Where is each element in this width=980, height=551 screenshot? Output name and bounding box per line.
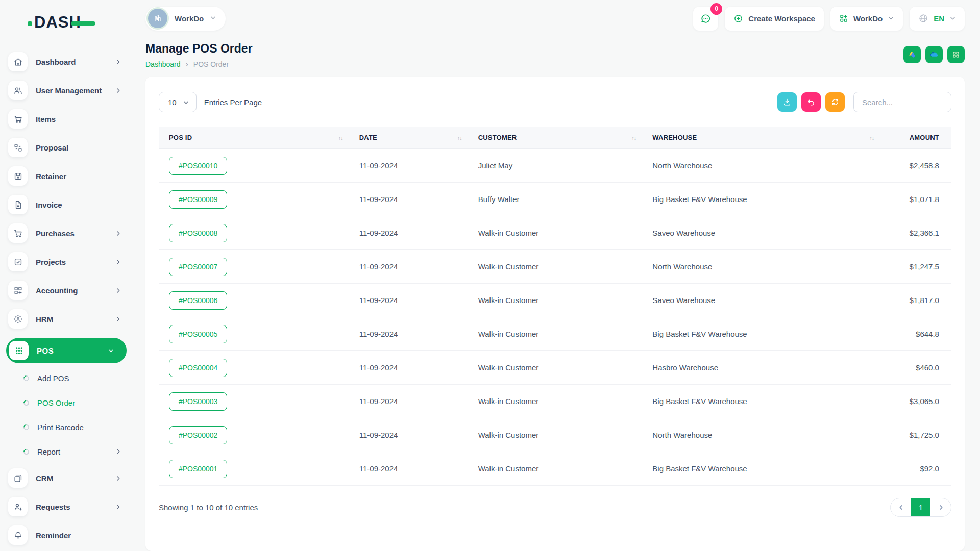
workspace-selector[interactable]: WorkDo bbox=[145, 7, 226, 31]
pos-id-badge[interactable]: #POS00002 bbox=[169, 426, 227, 444]
sidebar-item-retainer[interactable]: Retainer bbox=[8, 166, 127, 186]
google-drive-button[interactable] bbox=[903, 46, 921, 63]
chevron-right-icon bbox=[115, 287, 121, 294]
page-header: Manage POS Order Dashboard › POS Order bbox=[145, 42, 965, 68]
sidebar-item-items[interactable]: Items bbox=[8, 109, 127, 129]
chevron-down-icon bbox=[949, 14, 956, 23]
sidebar-item-label: User Management bbox=[36, 86, 115, 95]
sort-icon[interactable]: ↑↓ bbox=[869, 135, 874, 141]
sidebar-item-label: Retainer bbox=[36, 172, 127, 181]
pos-id-badge[interactable]: #POS00003 bbox=[169, 392, 227, 411]
pos-id-badge[interactable]: #POS00008 bbox=[169, 224, 227, 242]
sidebar-subitem-print-barcode[interactable]: Print Barcode bbox=[8, 419, 127, 435]
column-header-warehouse[interactable]: WAREHOUSE ↑↓ bbox=[642, 134, 880, 141]
warehouse-cell: North Warehouse bbox=[642, 161, 880, 170]
chevron-right-icon bbox=[115, 316, 121, 322]
previous-page-button[interactable] bbox=[891, 498, 911, 516]
pos-id-badge[interactable]: #POS00010 bbox=[169, 157, 227, 175]
app-logo[interactable]: DASH bbox=[28, 8, 127, 37]
pos-id-badge[interactable]: #POS00007 bbox=[169, 258, 227, 276]
sidebar-subitem-label: POS Order bbox=[37, 398, 127, 407]
amount-cell: $3,065.0 bbox=[880, 397, 951, 406]
showing-entries-text: Showing 1 to 10 of 10 entries bbox=[159, 503, 258, 512]
sort-icon[interactable]: ↑↓ bbox=[631, 135, 636, 141]
sidebar-item-user-management[interactable]: User Management bbox=[8, 81, 127, 100]
pos-id-badge[interactable]: #POS00009 bbox=[169, 190, 227, 209]
amount-cell: $1,817.0 bbox=[880, 296, 951, 305]
warehouse-cell: Big Basket F&V Warehouse bbox=[642, 464, 880, 473]
sidebar-item-accounting[interactable]: Accounting bbox=[8, 281, 127, 300]
plus-circle-icon bbox=[733, 14, 743, 23]
pos-id-badge[interactable]: #POS00004 bbox=[169, 359, 227, 377]
app-menu-button[interactable]: WorkDo bbox=[830, 7, 903, 31]
onedrive-button[interactable] bbox=[925, 46, 943, 63]
language-selector[interactable]: EN bbox=[910, 7, 965, 31]
page-number-button[interactable]: 1 bbox=[911, 498, 930, 516]
pos-id-badge[interactable]: #POS00006 bbox=[169, 291, 227, 310]
sidebar-item-label: CRM bbox=[36, 474, 115, 483]
messages-button[interactable]: 0 bbox=[693, 7, 718, 31]
sidebar-item-requests[interactable]: Requests bbox=[8, 497, 127, 516]
chevron-left-icon bbox=[898, 504, 904, 511]
chat-icon bbox=[700, 13, 712, 24]
table-controls: 10 Entries Per Page bbox=[159, 92, 951, 112]
bell-icon bbox=[8, 525, 28, 545]
sidebar-subitem-add-pos[interactable]: Add POS bbox=[8, 370, 127, 386]
save-icon bbox=[8, 166, 28, 186]
sidebar-item-projects[interactable]: Projects bbox=[8, 252, 127, 271]
customer-cell: Walk-in Customer bbox=[468, 229, 643, 237]
date-cell: 11-09-2024 bbox=[349, 296, 468, 305]
entries-per-page-select[interactable]: 10 bbox=[159, 92, 197, 112]
sort-icon[interactable]: ↑↓ bbox=[338, 135, 343, 141]
warehouse-cell: North Warehouse bbox=[642, 431, 880, 439]
sidebar-item-invoice[interactable]: Invoice bbox=[8, 195, 127, 214]
sidebar-subitem-label: Print Barcode bbox=[37, 423, 127, 432]
create-workspace-button[interactable]: Create Workspace bbox=[725, 7, 824, 31]
sidebar-item-proposal[interactable]: Proposal bbox=[8, 138, 127, 157]
pos-order-table: POS ID ↑↓ DATE ↑↓ CUSTOMER ↑↓ WAREHOUSE … bbox=[159, 127, 951, 486]
date-cell: 11-09-2024 bbox=[349, 330, 468, 338]
sort-icon[interactable]: ↑↓ bbox=[457, 135, 462, 141]
document-icon bbox=[8, 195, 28, 214]
pos-id-badge[interactable]: #POS00001 bbox=[169, 460, 227, 478]
sidebar-item-crm[interactable]: CRM bbox=[8, 468, 127, 488]
next-page-button[interactable] bbox=[930, 498, 951, 516]
sidebar-item-dashboard[interactable]: Dashboard bbox=[8, 52, 127, 71]
column-header-pos-id[interactable]: POS ID ↑↓ bbox=[159, 134, 349, 141]
logo-dash-icon bbox=[71, 21, 95, 26]
check-square-icon bbox=[8, 252, 28, 271]
sidebar-item-hrm[interactable]: HRM bbox=[8, 309, 127, 329]
cart-icon bbox=[8, 223, 28, 243]
sidebar-item-label: Purchases bbox=[36, 229, 115, 238]
warehouse-cell: Big Basket F&V Warehouse bbox=[642, 397, 880, 406]
sidebar-item-label: Items bbox=[36, 115, 127, 123]
column-header-date[interactable]: DATE ↑↓ bbox=[349, 134, 468, 141]
person-scan-icon bbox=[8, 309, 28, 329]
sidebar: DASH Dashboard User Management bbox=[0, 0, 133, 551]
sidebar-subitem-pos-order[interactable]: POS Order bbox=[8, 395, 127, 410]
sidebar-item-purchases[interactable]: Purchases bbox=[8, 223, 127, 243]
sidebar-subitem-report[interactable]: Report bbox=[8, 444, 127, 459]
table-row: #POS00010 11-09-2024 Juliet May North Wa… bbox=[159, 149, 951, 183]
column-header-amount[interactable]: AMOUNT bbox=[880, 134, 951, 141]
sidebar-item-pos[interactable]: POS bbox=[6, 338, 127, 363]
refresh-button[interactable] bbox=[825, 92, 845, 112]
breadcrumb-dashboard-link[interactable]: Dashboard bbox=[145, 60, 181, 68]
customer-cell: Juliet May bbox=[468, 161, 643, 170]
export-button[interactable] bbox=[777, 92, 797, 112]
warehouse-cell: North Warehouse bbox=[642, 262, 880, 271]
sidebar-item-reminder[interactable]: Reminder bbox=[8, 525, 127, 545]
bullet-icon bbox=[22, 447, 31, 456]
reset-button[interactable] bbox=[801, 92, 821, 112]
customer-cell: Walk-in Customer bbox=[468, 431, 643, 439]
customer-cell: Walk-in Customer bbox=[468, 363, 643, 372]
onedrive-icon bbox=[929, 49, 939, 60]
customer-cell: Walk-in Customer bbox=[468, 296, 643, 305]
column-header-customer[interactable]: CUSTOMER ↑↓ bbox=[468, 134, 643, 141]
date-cell: 11-09-2024 bbox=[349, 161, 468, 170]
google-drive-icon bbox=[908, 50, 917, 59]
grid-view-button[interactable] bbox=[947, 46, 965, 63]
pos-id-badge[interactable]: #POS00005 bbox=[169, 325, 227, 343]
search-input[interactable] bbox=[853, 92, 951, 112]
page-actions bbox=[903, 46, 965, 63]
